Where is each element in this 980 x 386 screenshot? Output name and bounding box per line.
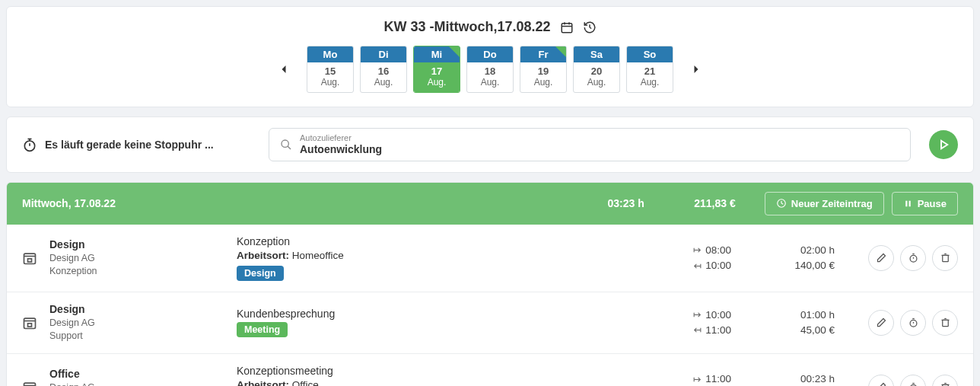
svg-line-18 [781, 203, 783, 204]
week-strip: Mo 15 Aug. Di 16 Aug. Mi 17 Aug. Do 18 A… [22, 46, 958, 93]
entry-org: Design AG [49, 252, 224, 265]
day-cell[interactable]: Do 18 Aug. [466, 46, 514, 93]
day-cell[interactable]: Mo 15 Aug. [307, 46, 354, 93]
arrow-in-icon [692, 325, 702, 335]
arrow-in-icon [692, 261, 702, 271]
entry-description: Konzeptionsmeeting [237, 365, 635, 377]
entry-summary: 01:00 h 45,00 € [743, 308, 835, 339]
search-main: Autoenwicklung [300, 143, 382, 156]
day-number: 15 [307, 62, 353, 77]
day-cell[interactable]: Fr 19 Aug. [520, 46, 567, 93]
entry-title: Design [49, 238, 224, 250]
svg-marker-15 [941, 141, 947, 149]
edit-button[interactable] [868, 375, 894, 386]
svg-line-14 [288, 146, 291, 149]
entry-times: 11:00 11:23 [648, 372, 731, 386]
delete-button[interactable] [932, 310, 958, 336]
day-cell[interactable]: Mi 17 Aug. [413, 46, 460, 93]
pause-button[interactable]: Pause [892, 192, 958, 215]
entry-duration: 01:00 h [743, 308, 835, 323]
entry-project-name: Support [49, 330, 224, 343]
entry-summary: 00:23 h 26,83 € [743, 372, 835, 386]
entry-actions [868, 245, 958, 271]
start-timer-button[interactable] [929, 130, 958, 159]
arrow-out-icon [692, 245, 702, 255]
stopwatch-status: Es läuft gerade keine Stoppuhr ... [22, 137, 250, 152]
entry-amount: 140,00 € [743, 258, 835, 273]
day-number: 20 [574, 62, 619, 77]
search-supertitle: Autozulieferer [300, 133, 382, 143]
total-amount: 211,83 € [644, 197, 736, 209]
day-month: Aug. [361, 77, 406, 92]
delete-button[interactable] [932, 375, 958, 386]
svg-rect-44 [942, 321, 948, 327]
svg-rect-23 [28, 259, 32, 262]
date-picker-card: KW 33 -Mittwoch,17.08.22 Mo 15 Aug. Di 1… [6, 6, 974, 107]
restart-timer-button[interactable] [900, 310, 926, 336]
day-cell[interactable]: Di 16 Aug. [360, 46, 407, 93]
entry-description: Konzeption [237, 235, 635, 247]
entry-details: Konzeption Arbeitsort: Homeoffice Design [237, 235, 635, 281]
day-number: 17 [414, 62, 460, 77]
time-entry-row: Design Design AG Konzeption Konzeption A… [7, 225, 973, 292]
page-title: KW 33 -Mittwoch,17.08.22 [22, 19, 958, 35]
svg-rect-20 [908, 201, 910, 207]
day-of-week: Mo [307, 46, 353, 62]
day-cell[interactable]: Sa 20 Aug. [573, 46, 620, 93]
entry-org: Design AG [49, 317, 224, 330]
arrow-out-icon [692, 310, 702, 320]
entry-type-icon [22, 315, 37, 330]
day-of-week: Di [361, 46, 406, 62]
next-week-button[interactable] [686, 59, 707, 80]
edit-button[interactable] [868, 245, 894, 271]
day-number: 19 [520, 62, 566, 77]
calendar-icon[interactable] [560, 21, 574, 34]
day-of-week: Sa [574, 46, 619, 62]
arrow-out-icon [692, 375, 702, 384]
clock-icon [776, 198, 787, 209]
day-number: 21 [627, 62, 673, 77]
entry-details: Kundenbesprechung Meeting [237, 308, 635, 337]
entry-workplace: Arbeitsort: Office [237, 379, 635, 386]
day-marker [449, 46, 460, 57]
entry-times: 08:00 10:00 [648, 243, 731, 274]
day-month: Aug. [520, 77, 566, 92]
pause-icon [903, 199, 913, 209]
entry-summary: 02:00 h 140,00 € [743, 243, 835, 274]
prev-week-button[interactable] [273, 59, 294, 80]
end-time: 11:00 [705, 323, 731, 338]
pause-label: Pause [918, 198, 947, 209]
entry-duration: 02:00 h [743, 243, 835, 258]
entry-actions [868, 375, 958, 386]
day-month: Aug. [574, 77, 619, 92]
entries-card: Mittwoch, 17.08.22 03:23 h 211,83 € Neue… [6, 182, 974, 386]
entry-times: 10:00 11:00 [648, 308, 731, 339]
entry-details: Konzeptionsmeeting Arbeitsort: Office Me… [237, 365, 635, 386]
delete-button[interactable] [932, 245, 958, 271]
day-cell[interactable]: So 21 Aug. [626, 46, 673, 93]
stopwatch-icon [22, 137, 37, 152]
project-search[interactable]: Autozulieferer Autoenwicklung [269, 128, 911, 161]
entry-type-icon [22, 380, 37, 386]
day-month: Aug. [414, 77, 460, 92]
edit-button[interactable] [868, 310, 894, 336]
restart-timer-button[interactable] [900, 375, 926, 386]
entry-duration: 00:23 h [743, 372, 835, 386]
new-entry-label: Neuer Zeiteintrag [791, 198, 873, 209]
entry-org: Design AG [49, 381, 224, 386]
day-number: 16 [361, 62, 406, 77]
restart-timer-button[interactable] [900, 245, 926, 271]
time-entry-row: Office Design AG Konzeption Konzeptionsm… [7, 354, 973, 386]
day-number: 18 [467, 62, 513, 77]
entries-date: Mittwoch, 17.08.22 [22, 197, 553, 209]
new-entry-button[interactable]: Neuer Zeiteintrag [765, 192, 884, 215]
total-hours: 03:23 h [553, 197, 644, 209]
stopwatch-card: Es läuft gerade keine Stoppuhr ... Autoz… [6, 116, 974, 173]
entry-actions [868, 310, 958, 336]
history-icon[interactable] [583, 21, 597, 34]
svg-rect-19 [905, 201, 907, 207]
entry-project: Design Design AG Support [49, 303, 224, 343]
search-icon [280, 139, 292, 151]
entry-title: Office [49, 368, 224, 380]
end-time: 10:00 [705, 258, 731, 273]
